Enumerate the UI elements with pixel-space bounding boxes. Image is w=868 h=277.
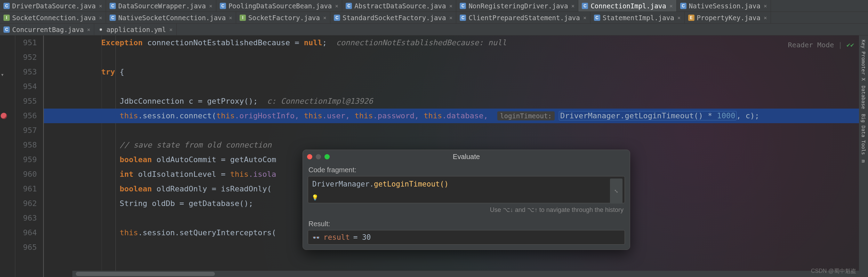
parameter-hint: loginTimeout: xyxy=(497,111,555,120)
minimize-icon[interactable] xyxy=(316,154,321,159)
evaluate-popup[interactable]: Evaluate Code fragment: DriverManager.ge… xyxy=(303,150,630,250)
scrollbar-thumb[interactable] xyxy=(76,272,215,276)
tab-label: application.yml xyxy=(106,26,166,33)
tab-label: ClientPreparedStatement.java xyxy=(468,14,580,22)
file-tab[interactable]: NonRegisteringDriver.java✕ xyxy=(456,0,578,11)
line-number[interactable]: 964 xyxy=(15,225,37,240)
close-icon[interactable]: ✕ xyxy=(582,15,587,21)
line-number[interactable]: 959 xyxy=(15,152,37,167)
file-tab[interactable]: ClientPreparedStatement.java✕ xyxy=(456,12,590,23)
class-file-icon xyxy=(110,15,116,21)
right-tool-stripe: Key Promoter XDatabaseBig Data Toolsm xyxy=(859,35,868,277)
close-icon[interactable]: ✕ xyxy=(208,3,213,9)
close-icon[interactable]: ✕ xyxy=(669,3,674,9)
tab-label: NativeSocketConnection.java xyxy=(118,14,226,22)
close-icon[interactable]: ✕ xyxy=(763,15,768,21)
class-file-icon xyxy=(460,15,466,21)
tab-label: PoolingDataSourceBean.java xyxy=(228,2,332,10)
result-value: 👓 result = 30 xyxy=(308,230,625,245)
line-number[interactable]: 955 xyxy=(15,94,37,109)
class-file-icon xyxy=(680,3,686,9)
tab-label: AbstractDataSource.java xyxy=(354,2,446,10)
line-number[interactable]: 951 xyxy=(15,35,37,50)
tool-window-button[interactable]: Big Data Tools xyxy=(861,112,866,156)
line-number[interactable]: 958 xyxy=(15,138,37,152)
class-file-icon xyxy=(334,15,340,21)
file-tab[interactable]: application.yml✕ xyxy=(94,24,177,35)
collapse-icon[interactable]: ⤡ xyxy=(610,179,622,204)
file-tab[interactable]: DataSourceWrapper.java✕ xyxy=(106,0,216,11)
close-icon[interactable]: ✕ xyxy=(169,26,174,33)
line-number[interactable]: 963 xyxy=(15,211,37,225)
tab-label: DataSourceWrapper.java xyxy=(118,2,206,10)
line-number-gutter: 9519529539549559569579589599609619629639… xyxy=(15,35,44,277)
line-number[interactable]: 961 xyxy=(15,182,37,196)
tool-window-button[interactable]: Database xyxy=(861,84,866,110)
horizontal-scrollbar[interactable] xyxy=(72,271,860,277)
file-tab[interactable]: NativeSocketConnection.java✕ xyxy=(106,12,236,23)
file-tab[interactable]: ConnectionImpl.java✕ xyxy=(578,0,676,11)
close-icon[interactable]: ✕ xyxy=(98,15,103,21)
code-line: try { xyxy=(44,65,868,79)
close-icon[interactable] xyxy=(307,154,312,159)
line-number[interactable]: 956 xyxy=(15,109,37,123)
code-line xyxy=(44,79,868,94)
line-number[interactable]: 954 xyxy=(15,79,37,94)
tab-label: StatementImpl.java xyxy=(603,14,674,22)
class-file-icon xyxy=(460,3,466,9)
file-tab[interactable]: SocketConnection.java✕ xyxy=(0,12,106,23)
line-number[interactable]: 965 xyxy=(15,240,37,255)
code-fragment-input[interactable]: DriverManager.getLoginTimeout() 💡 ⤡ xyxy=(308,176,625,203)
close-icon[interactable]: ✕ xyxy=(86,26,91,33)
line-number[interactable]: 952 xyxy=(15,50,37,65)
yml-file-icon xyxy=(98,26,104,33)
line-number[interactable]: 957 xyxy=(15,123,37,138)
code-line xyxy=(44,50,868,65)
result-variable: result xyxy=(323,233,350,242)
bulb-icon[interactable]: 💡 xyxy=(312,194,319,201)
class-file-icon xyxy=(110,3,116,9)
tab-bar-row-2: SocketConnection.java✕NativeSocketConnec… xyxy=(0,12,868,24)
file-tab[interactable]: ConcurrentBag.java✕ xyxy=(0,24,94,35)
tool-window-button[interactable]: m xyxy=(861,158,866,164)
close-icon[interactable]: ✕ xyxy=(98,3,103,9)
code-line: Exception connectionNotEstablishedBecaus… xyxy=(44,35,868,50)
tab-label: StandardSocketFactory.java xyxy=(343,14,446,22)
close-icon[interactable]: ✕ xyxy=(228,15,233,21)
file-tab[interactable]: PropertyKey.java✕ xyxy=(685,12,771,23)
file-tab[interactable]: AbstractDataSource.java✕ xyxy=(342,0,456,11)
file-tab[interactable]: StandardSocketFactory.java✕ xyxy=(330,12,456,23)
line-number[interactable]: 962 xyxy=(15,196,37,211)
file-tab[interactable]: DriverDataSource.java✕ xyxy=(0,0,106,11)
file-tab[interactable]: NativeSession.java✕ xyxy=(677,0,771,11)
close-icon[interactable]: ✕ xyxy=(677,15,682,21)
interface-file-icon xyxy=(3,15,10,21)
result-equals: = 30 xyxy=(353,233,371,242)
file-tab[interactable]: PoolingDataSourceBean.java✕ xyxy=(216,0,342,11)
file-tab[interactable]: StatementImpl.java✕ xyxy=(590,12,685,23)
tool-window-button[interactable]: Key Promoter X xyxy=(861,38,866,82)
window-controls xyxy=(307,154,330,159)
tab-label: NonRegisteringDriver.java xyxy=(468,2,568,10)
popup-titlebar[interactable]: Evaluate xyxy=(303,150,630,163)
tab-label: SocketFactory.java xyxy=(248,14,320,22)
popup-title: Evaluate xyxy=(303,153,630,161)
close-icon[interactable]: ✕ xyxy=(322,15,327,21)
class-file-icon xyxy=(594,15,600,21)
close-icon[interactable]: ✕ xyxy=(334,3,339,9)
line-number[interactable]: 953 xyxy=(15,65,37,79)
history-hint: Use ⌥↓ and ⌥↑ to navigate through the hi… xyxy=(303,203,630,217)
class-file-icon xyxy=(582,3,588,9)
code-line-current: this.session.connect(this.origHostInfo, … xyxy=(44,109,868,123)
close-icon[interactable]: ✕ xyxy=(570,3,575,9)
class-file-icon xyxy=(3,3,10,9)
close-icon[interactable]: ✕ xyxy=(448,3,453,9)
enum-file-icon xyxy=(688,15,694,21)
close-icon[interactable]: ✕ xyxy=(763,3,768,9)
line-number[interactable]: 960 xyxy=(15,167,37,182)
tab-label: DriverDataSource.java xyxy=(12,2,96,10)
maximize-icon[interactable] xyxy=(324,154,330,159)
result-label: Result: xyxy=(303,217,630,230)
file-tab[interactable]: SocketFactory.java✕ xyxy=(236,12,330,23)
close-icon[interactable]: ✕ xyxy=(448,15,453,21)
